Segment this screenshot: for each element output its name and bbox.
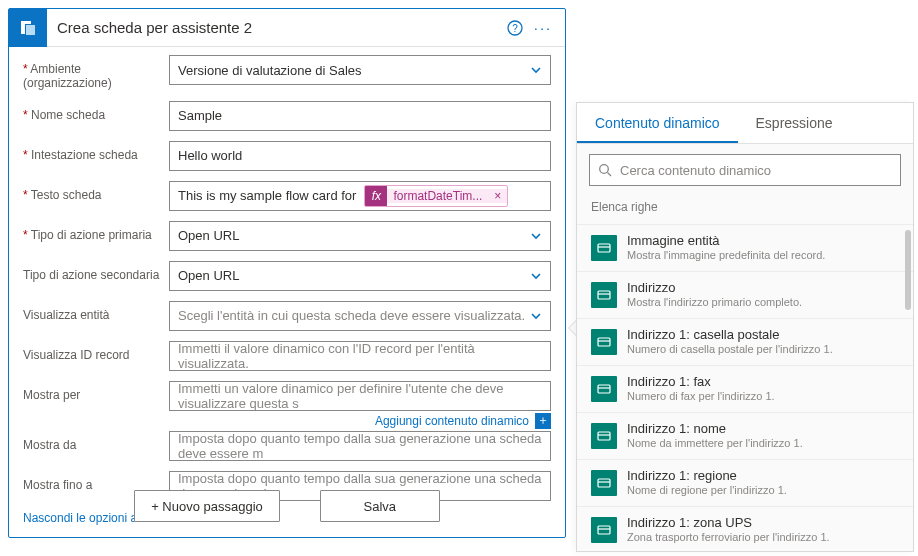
- search-input[interactable]: [620, 163, 892, 178]
- label-record-id: Visualizza ID record: [23, 341, 169, 362]
- svg-rect-16: [598, 526, 610, 534]
- item-desc: Zona trasporto ferroviario per l'indiriz…: [627, 531, 830, 545]
- label-card-name: Nome scheda: [23, 101, 169, 122]
- select-value: Open URL: [178, 268, 239, 283]
- help-icon[interactable]: ?: [501, 14, 529, 42]
- primary-action-select[interactable]: Open URL: [169, 221, 551, 251]
- svg-point-2: [600, 165, 609, 174]
- list-item[interactable]: Indirizzo 1: zona UPSZona trasporto ferr…: [577, 507, 913, 551]
- tab-dynamic-content[interactable]: Contenuto dinamico: [577, 103, 738, 143]
- placeholder: Scegli l'entità in cui questa scheda dev…: [178, 308, 525, 323]
- item-desc: Numero di casella postale per l'indirizz…: [627, 343, 833, 357]
- new-step-button[interactable]: + Nuovo passaggio: [134, 490, 280, 522]
- svg-rect-4: [598, 244, 610, 252]
- more-icon[interactable]: ···: [529, 14, 557, 42]
- card-text-input[interactable]: This is my sample flow card for fx forma…: [169, 181, 551, 211]
- show-for-input[interactable]: Immetti un valore dinamico per definire …: [169, 381, 551, 411]
- card-body: Ambiente (organizzazione) Versione di va…: [9, 47, 565, 537]
- expression-label: formatDateTim...: [387, 189, 488, 203]
- dynamic-content-list[interactable]: Immagine entitàMostra l'immagine predefi…: [577, 224, 913, 551]
- dynamic-content-panel: Contenuto dinamico Espressione Elenca ri…: [576, 102, 914, 552]
- entity-icon: [591, 517, 617, 543]
- list-item[interactable]: Indirizzo 1: nomeNome da immettere per l…: [577, 413, 913, 460]
- text-prefix: This is my sample flow card for: [178, 188, 356, 203]
- svg-rect-12: [598, 432, 610, 440]
- connector-icon: [9, 9, 47, 47]
- label-show-until: Mostra fino a: [23, 471, 169, 492]
- expression-token[interactable]: fx formatDateTim... ×: [364, 185, 508, 207]
- action-card: Crea scheda per assistente 2 ? ··· Ambie…: [8, 8, 566, 538]
- list-item[interactable]: IndirizzoMostra l'indirizzo primario com…: [577, 272, 913, 319]
- footer-actions: + Nuovo passaggio Salva: [8, 490, 566, 522]
- display-entity-select[interactable]: Scegli l'entità in cui questa scheda dev…: [169, 301, 551, 331]
- svg-rect-8: [598, 338, 610, 346]
- select-value: Versione di valutazione di Sales: [178, 63, 362, 78]
- item-title: Indirizzo 1: casella postale: [627, 327, 833, 343]
- chevron-down-icon: [530, 230, 542, 242]
- label-show-for: Mostra per: [23, 381, 169, 402]
- item-title: Indirizzo 1: regione: [627, 468, 787, 484]
- panel-pointer: [568, 320, 576, 336]
- add-dynamic-label: Aggiungi contenuto dinamico: [375, 414, 529, 428]
- list-item[interactable]: Indirizzo 1: casella postaleNumero di ca…: [577, 319, 913, 366]
- card-heading-input[interactable]: Hello world: [169, 141, 551, 171]
- panel-tabs: Contenuto dinamico Espressione: [577, 103, 913, 144]
- item-desc: Mostra l'immagine predefinita del record…: [627, 249, 825, 263]
- chevron-down-icon: [530, 310, 542, 322]
- show-from-input[interactable]: Imposta dopo quanto tempo dalla sua gene…: [169, 431, 551, 461]
- list-item[interactable]: Indirizzo 1: regioneNome di regione per …: [577, 460, 913, 507]
- label-card-text: Testo scheda: [23, 181, 169, 202]
- item-desc: Nome di regione per l'indirizzo 1.: [627, 484, 787, 498]
- svg-line-3: [608, 173, 612, 177]
- item-title: Immagine entità: [627, 233, 825, 249]
- list-item[interactable]: Indirizzo 1: faxNumero di fax per l'indi…: [577, 366, 913, 413]
- item-title: Indirizzo 1: nome: [627, 421, 803, 437]
- item-desc: Numero di fax per l'indirizzo 1.: [627, 390, 775, 404]
- label-card-heading: Intestazione scheda: [23, 141, 169, 162]
- entity-icon: [591, 423, 617, 449]
- select-value: Open URL: [178, 228, 239, 243]
- svg-text:?: ?: [512, 23, 518, 34]
- entity-icon: [591, 329, 617, 355]
- item-title: Indirizzo 1: zona UPS: [627, 515, 830, 531]
- fx-icon: fx: [365, 185, 387, 207]
- label-primary-action: Tipo di azione primaria: [23, 221, 169, 242]
- add-dynamic-content-link[interactable]: Aggiungi contenuto dinamico ＋: [169, 413, 551, 429]
- entity-icon: [591, 282, 617, 308]
- entity-icon: [591, 376, 617, 402]
- label-display-entity: Visualizza entità: [23, 301, 169, 322]
- plus-icon: ＋: [535, 413, 551, 429]
- card-name-input[interactable]: Sample: [169, 101, 551, 131]
- secondary-action-select[interactable]: Open URL: [169, 261, 551, 291]
- svg-rect-10: [598, 385, 610, 393]
- record-id-input[interactable]: Immetti il valore dinamico con l'ID reco…: [169, 341, 551, 371]
- search-dynamic-content[interactable]: [589, 154, 901, 186]
- chevron-down-icon: [530, 270, 542, 282]
- item-desc: Nome da immettere per l'indirizzo 1.: [627, 437, 803, 451]
- search-icon: [598, 163, 612, 177]
- tab-expression[interactable]: Espressione: [738, 103, 851, 143]
- svg-rect-14: [598, 479, 610, 487]
- item-desc: Mostra l'indirizzo primario completo.: [627, 296, 802, 310]
- label-secondary-action: Tipo di azione secondaria: [23, 261, 169, 282]
- section-heading: Elenca righe: [577, 196, 913, 224]
- environment-select[interactable]: Versione di valutazione di Sales: [169, 55, 551, 85]
- item-title: Indirizzo: [627, 280, 802, 296]
- remove-token-icon[interactable]: ×: [488, 189, 507, 203]
- entity-icon: [591, 470, 617, 496]
- label-environment: Ambiente (organizzazione): [23, 55, 169, 91]
- card-title: Crea scheda per assistente 2: [57, 19, 501, 36]
- save-button[interactable]: Salva: [320, 490, 440, 522]
- svg-rect-6: [598, 291, 610, 299]
- item-title: Indirizzo 1: fax: [627, 374, 775, 390]
- entity-icon: [591, 235, 617, 261]
- chevron-down-icon: [530, 64, 542, 76]
- label-show-from: Mostra da: [23, 431, 169, 452]
- card-header: Crea scheda per assistente 2 ? ···: [9, 9, 565, 47]
- scrollbar-thumb[interactable]: [905, 230, 911, 310]
- list-item[interactable]: Immagine entitàMostra l'immagine predefi…: [577, 225, 913, 272]
